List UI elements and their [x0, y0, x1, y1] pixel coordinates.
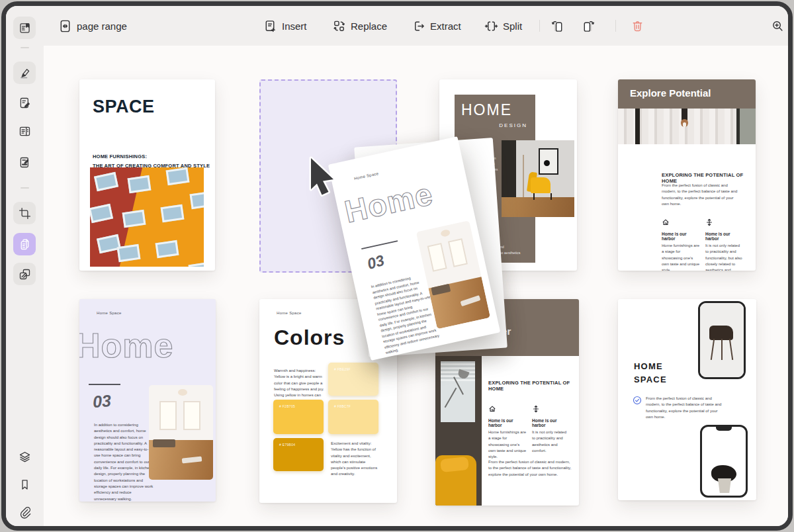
edit-note-icon [18, 96, 32, 110]
crop-icon [18, 206, 32, 220]
sidebar-divider [21, 187, 29, 189]
house-icon [488, 405, 496, 413]
highlighter-icon [18, 66, 32, 80]
dragged-number: 03 [365, 251, 386, 273]
sidebar-divider [21, 47, 29, 48]
sidebar-item-annotate[interactable] [13, 91, 36, 114]
sidebar-item-organize-pages[interactable] [13, 233, 36, 255]
to-order-col2: Home is our harbor It is not only relate… [532, 404, 570, 454]
color-swatch: # F2B705 [273, 400, 324, 434]
zoom-in-icon [771, 19, 785, 33]
color-swatch: # E79B04 [273, 438, 324, 471]
replace-icon [332, 19, 346, 33]
sidebar-item-sign[interactable] [13, 151, 36, 173]
dragged-header: Home Space [354, 171, 379, 181]
sidebar-item-compress[interactable] [13, 263, 36, 285]
page-range-icon [58, 19, 72, 33]
bookmark-icon [18, 478, 32, 492]
rotate-left-icon [551, 19, 564, 33]
attachment-icon [18, 506, 32, 519]
replace-label: Replace [351, 21, 387, 32]
divider-rule [89, 384, 120, 385]
to-order-col1-title: Home is our harbor [488, 418, 527, 427]
delete-button[interactable] [631, 6, 644, 46]
dragged-outline-title: Home [342, 178, 436, 228]
home03-header: Home Space [97, 311, 122, 315]
replace-button[interactable]: Replace [332, 6, 387, 46]
home-space-body: From the perfect fusion of classic and m… [646, 396, 725, 420]
sidebar-item-attachment[interactable] [13, 501, 36, 523]
to-order-heading: EXPLORING THE POTENTIAL OF HOME [488, 380, 579, 392]
left-sidebar [6, 6, 44, 526]
compress-icon [18, 267, 32, 281]
thumbnail-page-space[interactable]: SPACE HOME FURNISHINGS: THE ART OF CREAT… [79, 79, 215, 271]
to-order-col1: Home is our harbor Home furnishings are … [488, 404, 527, 460]
thumbnail-page-home-space[interactable]: HOME SPACE From the perfect fusion of cl… [618, 299, 756, 500]
split-label: Split [503, 21, 522, 32]
rotate-right-button[interactable] [582, 6, 596, 46]
insert-label: Insert [282, 21, 307, 32]
dog-curtain-photo [618, 109, 756, 144]
reading-layout-icon [18, 124, 32, 138]
page-range-button[interactable]: page range [58, 6, 127, 46]
to-order-col2-text: It is not only related to practicality a… [532, 429, 570, 454]
thumbnail-page-explore-potential[interactable]: Explore Potential EXPLORING THE POTENTIA… [618, 79, 756, 271]
sidebar-item-bookmark[interactable] [13, 473, 36, 496]
toolbar-divider [539, 20, 540, 32]
color-swatch: # FBE29F [328, 363, 378, 396]
space-title: SPACE [93, 97, 155, 117]
split-button[interactable]: Split [484, 6, 522, 46]
rotate-left-button[interactable] [551, 6, 564, 46]
sidebar-item-layers[interactable] [13, 445, 36, 468]
home-design-subtitle: DESIGN [461, 122, 527, 128]
arrows-icon [532, 405, 540, 413]
explore-col1: Home is our harbor Home furnishings are … [662, 217, 700, 271]
lamp-sofa-photo [435, 356, 482, 506]
color-swatch: # F8BC7F [328, 400, 378, 434]
home03-body: In addition to considering aesthetics an… [94, 422, 154, 502]
home03-number: 03 [92, 391, 112, 412]
swatch-hex-label: # F8BC7F [334, 404, 351, 408]
sidebar-item-reader[interactable] [13, 17, 36, 39]
colors-title: Colors [274, 326, 345, 350]
explore-header-band: Explore Potential [618, 79, 756, 109]
interior-photo [149, 385, 213, 480]
app-window: page range Insert Replace [1, 1, 793, 531]
explore-body: From the perfect fusion of classic and m… [662, 183, 740, 207]
explore-col2: Home is our harbor It is not only relate… [705, 217, 744, 271]
signature-icon [18, 155, 32, 169]
swatch-hex-label: # FBE29F [334, 367, 351, 371]
page-grid-canvas: SPACE HOME FURNISHINGS: THE ART OF CREAT… [44, 46, 788, 526]
yellow-chair-photo [502, 140, 574, 217]
sidebar-item-crop[interactable] [13, 202, 36, 224]
split-icon [484, 19, 498, 33]
rotate-right-icon [582, 19, 596, 33]
to-order-col2-title: Home is our harbor [532, 418, 570, 427]
explore-col1-title: Home is our harbor [662, 232, 700, 241]
colors-para2: Excitement and vitality: Yellow has the … [331, 441, 381, 478]
home-space-title: HOME SPACE [634, 360, 667, 386]
toolbar-divider [615, 20, 616, 32]
to-order-footer: From the perfect fusion of classic and m… [488, 459, 572, 478]
thumbnail-page-home-03[interactable]: Home Space Home 03 In addition to consid… [79, 299, 216, 502]
extract-label: Extract [430, 21, 461, 32]
sidebar-item-highlighter[interactable] [13, 62, 36, 84]
mouse-cursor [307, 155, 341, 198]
explore-col2-title: Home is our harbor [705, 232, 744, 241]
explore-col2-text: It is not only related to practicality a… [705, 243, 744, 271]
delete-icon [631, 19, 644, 33]
to-order-col1-text: Home furnishings are a stage for showcas… [488, 429, 527, 460]
extract-button[interactable]: Extract [412, 6, 461, 46]
extract-icon [412, 19, 425, 33]
phone-mockup-plant [700, 425, 748, 498]
arrows-icon [705, 218, 713, 226]
swatch-hex-label: # E79B04 [279, 443, 295, 447]
sidebar-item-reading-layout[interactable] [13, 120, 36, 142]
swatch-hex-label: # F2B705 [279, 404, 295, 408]
reader-icon [18, 21, 32, 35]
home-design-title: HOME [461, 101, 512, 119]
building-photo [90, 167, 204, 267]
zoom-in-button[interactable] [771, 6, 785, 46]
layers-icon [18, 450, 32, 464]
insert-button[interactable]: Insert [263, 6, 307, 46]
